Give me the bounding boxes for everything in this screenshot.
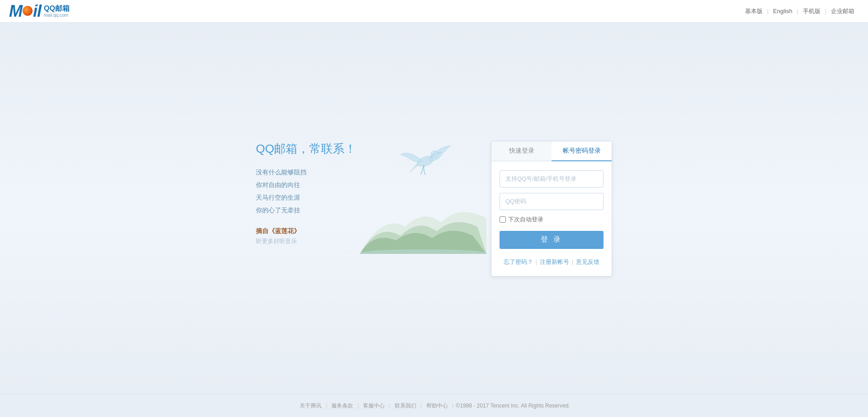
- logo-area: M il QQ邮箱 mail.qq.com: [9, 2, 70, 21]
- tab-account-login[interactable]: 帐号密码登录: [552, 141, 612, 161]
- login-panel: 快速登录 帐号密码登录 下次自动登录 登 录 忘了密码？ | 注册新帐号 | 意…: [491, 141, 612, 276]
- nav-enterprise[interactable]: 企业邮箱: [826, 7, 859, 15]
- forgot-password-link[interactable]: 忘了密码？: [504, 258, 533, 266]
- auto-login-row: 下次自动登录: [500, 216, 604, 224]
- footer-link-about[interactable]: 关于腾讯: [300, 403, 321, 409]
- register-link[interactable]: 注册新帐号: [540, 258, 569, 266]
- login-links: 忘了密码？ | 注册新帐号 | 意见反馈: [500, 258, 604, 266]
- logo-qq-cn: QQ邮箱: [44, 4, 70, 13]
- login-form: 下次自动登录 登 录 忘了密码？ | 注册新帐号 | 意见反馈: [491, 161, 612, 275]
- tab-quick-login[interactable]: 快速登录: [491, 141, 552, 161]
- footer-link-contact[interactable]: 联系我们: [395, 403, 416, 409]
- illustration: [351, 132, 468, 249]
- footer-copyright: ©1998 - 2017 Tencent Inc. All Rights Res…: [456, 403, 570, 409]
- footer-link-terms[interactable]: 服务条款: [331, 403, 353, 409]
- center-wrap: QQ邮箱，常联系！ 没有什么能够阻挡 你对自由的向往 天马行空的生涯 你的心了无…: [185, 141, 683, 276]
- left-panel: QQ邮箱，常联系！ 没有什么能够阻挡 你对自由的向往 天马行空的生涯 你的心了无…: [256, 141, 455, 276]
- footer: 关于腾讯 | 服务条款 | 客服中心 | 联系我们 | 帮助中心 | ©1998…: [0, 394, 868, 417]
- logo-mail-icon: M il: [9, 2, 41, 21]
- auto-login-checkbox[interactable]: [500, 216, 506, 223]
- main-content: QQ邮箱，常联系！ 没有什么能够阻挡 你对自由的向往 天马行空的生涯 你的心了无…: [0, 23, 868, 394]
- login-tabs: 快速登录 帐号密码登录: [491, 141, 612, 161]
- login-button[interactable]: 登 录: [500, 231, 604, 249]
- password-input[interactable]: [500, 193, 604, 210]
- username-input[interactable]: [500, 170, 604, 187]
- bird-icon: [396, 132, 455, 186]
- links-sep-1: |: [536, 258, 537, 265]
- mountain-icon: [360, 186, 486, 254]
- logo-qq-sub: mail.qq.com: [44, 13, 70, 18]
- nav-mobile[interactable]: 手机版: [798, 7, 825, 15]
- topbar: M il QQ邮箱 mail.qq.com 基本版 | English | 手机…: [0, 0, 868, 23]
- auto-login-label[interactable]: 下次自动登录: [508, 216, 543, 224]
- footer-link-help[interactable]: 帮助中心: [426, 403, 448, 409]
- footer-link-support[interactable]: 客服中心: [363, 403, 385, 409]
- nav-english[interactable]: English: [769, 8, 797, 14]
- links-sep-2: |: [572, 258, 573, 265]
- topbar-nav: 基本版 | English | 手机版 | 企业邮箱: [741, 7, 859, 15]
- footer-links: 关于腾讯 | 服务条款 | 客服中心 | 联系我们 | 帮助中心 | ©1998…: [298, 403, 570, 409]
- logo-text: QQ邮箱 mail.qq.com: [44, 4, 70, 18]
- feedback-link[interactable]: 意见反馈: [576, 258, 599, 266]
- nav-basic[interactable]: 基本版: [741, 7, 767, 15]
